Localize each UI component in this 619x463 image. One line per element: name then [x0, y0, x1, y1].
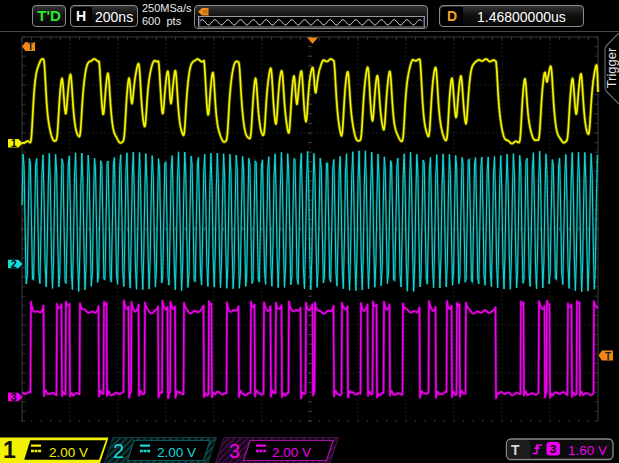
svg-text:1.60 V: 1.60 V	[568, 443, 607, 458]
svg-text:T: T	[605, 351, 611, 362]
svg-text:T: T	[28, 41, 34, 52]
svg-text:1: 1	[3, 437, 16, 463]
svg-text:3: 3	[11, 392, 17, 403]
svg-text:2.00 V: 2.00 V	[157, 445, 196, 460]
svg-text:2: 2	[11, 259, 17, 270]
svg-text:3: 3	[550, 443, 556, 455]
svg-text:Trigger: Trigger	[604, 47, 619, 88]
svg-text:1: 1	[11, 138, 17, 149]
svg-text:2.00 V: 2.00 V	[272, 445, 311, 460]
svg-text:3: 3	[229, 440, 240, 462]
svg-text:T: T	[511, 442, 520, 458]
svg-text:2: 2	[113, 440, 124, 462]
svg-text:2.00 V: 2.00 V	[49, 445, 88, 460]
